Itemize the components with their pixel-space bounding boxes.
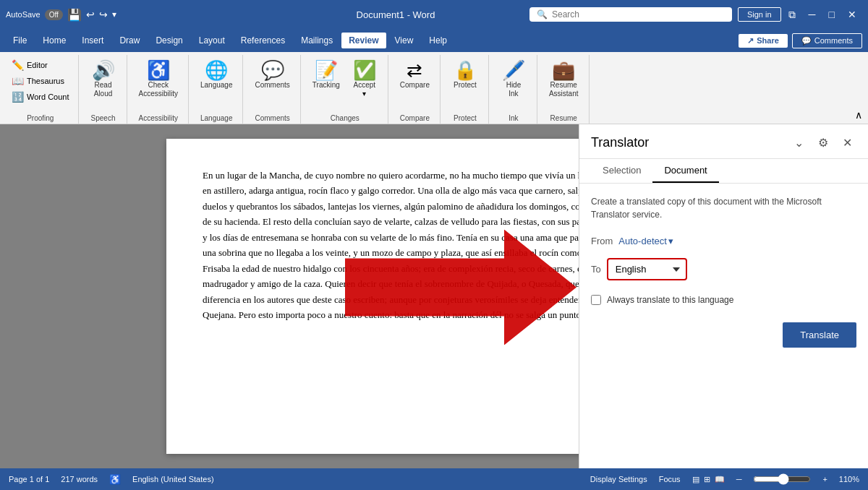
changes-items: 📝 Tracking ✅ Accept ▾ (308, 55, 382, 114)
editor-icon: ✏️ (12, 59, 24, 71)
autosave-toggle[interactable]: Off (45, 9, 63, 20)
to-select-wrapper: English Spanish French German Chinese Ja… (607, 258, 687, 280)
language-button[interactable]: 🌐 Language (196, 58, 237, 93)
wordcount-icon: 🔢 (12, 91, 24, 103)
always-translate-checkbox[interactable] (591, 295, 601, 305)
thesaurus-button[interactable]: 📖 Thesaurus (9, 74, 72, 88)
speech-items: 🔊 Read Aloud (86, 55, 121, 114)
undo-button[interactable]: ↩ (86, 9, 95, 20)
accessibility-items: ♿ Check Accessibility (135, 55, 182, 114)
menu-review[interactable]: Review (341, 33, 386, 48)
quick-access-button[interactable]: ▾ (112, 9, 116, 20)
accept-dropdown-icon[interactable]: ▾ (362, 90, 366, 98)
tracking-button[interactable]: 📝 Tracking (308, 58, 344, 93)
tab-selection[interactable]: Selection (591, 159, 652, 183)
language-status[interactable]: English (United States) (132, 475, 214, 483)
protect-button[interactable]: 🔒 Protect (448, 58, 482, 93)
resumeassistant-icon: 💼 (552, 61, 575, 79)
translator-body: Create a translated copy of this documen… (579, 184, 868, 468)
close-button[interactable]: ✕ (842, 7, 862, 22)
menu-view[interactable]: View (388, 33, 421, 48)
comments-ribbon-button[interactable]: 💬 Comments (250, 58, 294, 93)
maximize-button[interactable]: □ (823, 7, 841, 22)
resume-label: Resume (550, 114, 577, 124)
menu-draw[interactable]: Draw (112, 33, 147, 48)
translator-settings-button[interactable]: ⚙ (814, 134, 833, 151)
share-button[interactable]: ↗ Share (739, 34, 788, 48)
signin-button[interactable]: Sign in (738, 7, 781, 22)
zoom-slider[interactable] (753, 473, 811, 485)
proofing-items: ✏️ Editor 📖 Thesaurus 🔢 Word Count (9, 55, 72, 114)
minimize-button[interactable]: ─ (803, 7, 822, 22)
auto-detect-label: Auto-detect (618, 236, 667, 246)
thesaurus-icon: 📖 (12, 75, 24, 87)
menu-references[interactable]: References (234, 33, 292, 48)
page-count: Page 1 of 1 (9, 475, 49, 483)
translator-header-icons: ⌄ ⚙ ✕ (790, 134, 856, 151)
save-button[interactable]: 💾 (67, 8, 82, 22)
auto-detect-dropdown[interactable]: Auto-detect ▾ (618, 236, 673, 246)
search-icon: 🔍 (537, 9, 548, 20)
ink-label: Ink (509, 114, 518, 124)
redo-button[interactable]: ↪ (99, 9, 108, 20)
share-icon: ↗ (747, 36, 754, 46)
menu-home[interactable]: Home (35, 33, 73, 48)
menu-help[interactable]: Help (422, 33, 454, 48)
title-bar-left: AutoSave Off 💾 ↩ ↪ ▾ (6, 8, 262, 22)
translator-chevron-button[interactable]: ⌄ (790, 134, 808, 151)
menu-layout[interactable]: Layout (192, 33, 232, 48)
tracking-icon: 📝 (315, 61, 338, 79)
focus-button[interactable]: Focus (659, 475, 681, 483)
compare-button[interactable]: ⇄ Compare (396, 58, 434, 93)
ribbon-group-comments: 💬 Comments Comments (244, 55, 300, 124)
protect-icon: 🔒 (454, 61, 477, 79)
from-field: From Auto-detect ▾ (591, 236, 856, 246)
translate-button[interactable]: Translate (783, 322, 856, 348)
accessibility-label: Accessibility (139, 114, 178, 124)
editor-button[interactable]: ✏️ Editor (9, 58, 72, 72)
translator-header: Translator ⌄ ⚙ ✕ (579, 124, 868, 159)
checkaccessibility-button[interactable]: ♿ Check Accessibility (135, 58, 182, 101)
menu-mailings[interactable]: Mailings (294, 33, 340, 48)
document-area: En un lugar de la Mancha, de cuyo nombre… (0, 124, 868, 468)
ribbon-collapse-button[interactable]: ∧ (852, 108, 865, 122)
translator-close-button[interactable]: ✕ (838, 134, 856, 151)
translator-panel: Translator ⌄ ⚙ ✕ Selection Document Crea… (579, 124, 868, 468)
search-bar[interactable]: 🔍 (529, 7, 732, 22)
accept-button[interactable]: ✅ Accept (347, 58, 382, 90)
zoom-level: 110% (839, 475, 859, 483)
language-icon: 🌐 (205, 61, 228, 79)
tab-document[interactable]: Document (652, 159, 718, 183)
accessibility-check-icon[interactable]: ♿ (109, 474, 121, 485)
translator-description: Create a translated copy of this documen… (591, 195, 856, 221)
view-read-icon[interactable]: 📖 (715, 475, 725, 484)
readaloud-button[interactable]: 🔊 Read Aloud (86, 58, 121, 101)
restore-button[interactable]: ⧉ (788, 9, 796, 21)
search-input[interactable] (552, 9, 711, 20)
translator-title: Translator (591, 135, 790, 150)
wordcount-button[interactable]: 🔢 Word Count (9, 90, 72, 104)
to-label: To (591, 264, 601, 275)
view-print-icon[interactable]: ▤ (692, 475, 699, 484)
view-web-icon[interactable]: ⊞ (704, 475, 710, 484)
ribbon-group-compare: ⇄ Compare Compare (390, 55, 441, 124)
readaloud-icon: 🔊 (92, 61, 115, 79)
ribbon-group-protect: 🔒 Protect Protect (442, 55, 489, 124)
autosave-label: AutoSave (6, 10, 41, 19)
menu-file[interactable]: File (6, 33, 34, 48)
to-row: To English Spanish French German Chinese… (591, 258, 856, 280)
hideink-button[interactable]: 🖊️ Hide Ink (496, 58, 531, 101)
from-label: From (591, 236, 613, 246)
zoom-plus-icon[interactable]: + (822, 475, 827, 483)
menu-design[interactable]: Design (148, 33, 190, 48)
menu-insert[interactable]: Insert (75, 33, 111, 48)
resumeassistant-button[interactable]: 💼 Resume Assistant (545, 58, 583, 101)
from-row: From Auto-detect ▾ (591, 236, 856, 246)
ribbon-group-speech: 🔊 Read Aloud Speech (80, 55, 127, 124)
language-select[interactable]: English Spanish French German Chinese Ja… (607, 258, 687, 280)
always-translate-label: Always translate to this language (607, 295, 733, 305)
display-settings-button[interactable]: Display Settings (590, 475, 647, 483)
comments-ribbon-icon: 💬 (261, 61, 284, 79)
comments-button[interactable]: 💬 Comments (792, 33, 862, 48)
status-bar: Page 1 of 1 217 words ♿ English (United … (0, 468, 868, 490)
